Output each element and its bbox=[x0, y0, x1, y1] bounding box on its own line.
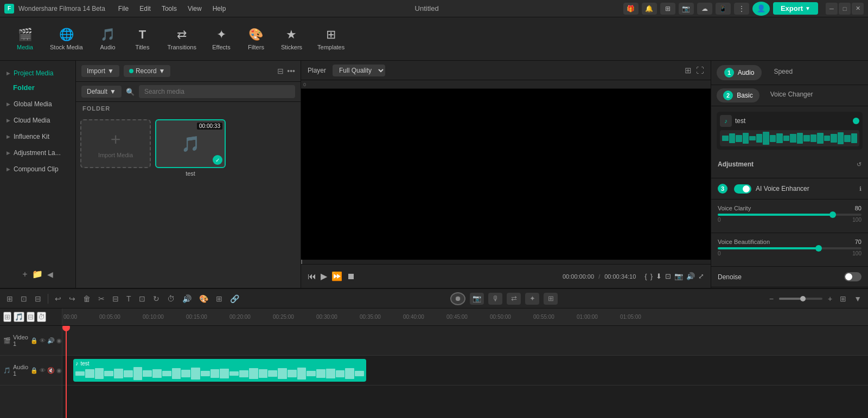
stop-button[interactable]: ⏹ bbox=[347, 272, 355, 281]
camera-icon[interactable]: 📷 bbox=[674, 272, 683, 280]
transition-btn[interactable]: ⇄ bbox=[507, 293, 521, 305]
menu-file[interactable]: File bbox=[114, 4, 133, 14]
crop-icon[interactable]: ⊡ bbox=[665, 272, 671, 280]
sidebar-item-influence-kit[interactable]: ▶ Influence Kit bbox=[0, 128, 75, 145]
preview-scrubber[interactable] bbox=[301, 260, 711, 264]
undo-button[interactable]: ↩ bbox=[53, 293, 63, 304]
tab-speed[interactable]: Speed bbox=[766, 65, 800, 80]
sub-tab-basic[interactable]: 2 Basic bbox=[717, 88, 760, 102]
timeline-snap-icon[interactable]: ⊡ bbox=[18, 293, 29, 304]
sidebar-item-global-media[interactable]: ▶ Global Media bbox=[0, 96, 75, 112]
record-button[interactable]: Record ▼ bbox=[124, 65, 171, 77]
sidebar-item-cloud-media[interactable]: ▶ Cloud Media bbox=[0, 112, 75, 128]
toolbar-audio[interactable]: 🎵 Audio bbox=[92, 24, 124, 54]
rotate-button[interactable]: ↻ bbox=[151, 293, 162, 304]
record-start-btn[interactable]: ⏺ bbox=[450, 292, 465, 305]
grid-view-icon[interactable]: ⊞ bbox=[685, 66, 692, 75]
cloud-icon[interactable]: ☁ bbox=[697, 3, 712, 15]
default-view-button[interactable]: Default ▼ bbox=[81, 86, 122, 98]
pip-btn[interactable]: ⊞ bbox=[544, 293, 558, 305]
media-item[interactable]: 🎵 00:00:33 ✓ test bbox=[155, 119, 226, 177]
insert-icon[interactable]: ⬇ bbox=[656, 272, 662, 280]
devices-icon[interactable]: 📱 bbox=[716, 3, 731, 15]
snapshot-icon[interactable]: 📷 bbox=[679, 3, 694, 15]
grid-view-btn[interactable]: ⊞ bbox=[838, 293, 848, 304]
text-button[interactable]: T bbox=[124, 293, 133, 304]
video-eye-icon[interactable]: ◉ bbox=[56, 337, 62, 344]
color-button[interactable]: 🎨 bbox=[197, 293, 210, 304]
redo-button[interactable]: ↪ bbox=[67, 293, 78, 304]
out-point-icon[interactable]: } bbox=[650, 272, 653, 280]
user-avatar[interactable]: 👤 bbox=[752, 2, 770, 16]
quality-select[interactable]: Full Quality bbox=[333, 65, 385, 76]
import-media-placeholder[interactable]: + Import Media bbox=[80, 119, 151, 168]
zoom-out-button[interactable]: − bbox=[767, 293, 776, 304]
mic-btn[interactable]: 🎙 bbox=[488, 293, 502, 305]
info-icon[interactable]: ℹ bbox=[859, 185, 861, 192]
toolbar-filters[interactable]: 🎨 Filters bbox=[240, 24, 272, 54]
tab-audio[interactable]: 1 Audio bbox=[717, 65, 762, 80]
audio-mute-icon[interactable]: 🔇 bbox=[47, 367, 55, 374]
delete-button[interactable]: 🗑 bbox=[81, 293, 93, 304]
audio-visibility-icon[interactable]: 👁 bbox=[40, 367, 46, 374]
minimize-button[interactable]: ─ bbox=[826, 3, 838, 15]
pip-button[interactable]: ⊞ bbox=[214, 293, 225, 304]
link-button[interactable]: 🔗 bbox=[228, 293, 241, 304]
search-input[interactable] bbox=[139, 85, 295, 98]
toolbar-templates[interactable]: ⊞ Templates bbox=[311, 24, 351, 54]
playhead-icon[interactable]: ⏱ bbox=[37, 312, 46, 322]
track-options-icon[interactable]: ⊟ bbox=[27, 312, 35, 322]
toolbar-stock-media[interactable]: 🌐 Stock Media bbox=[43, 24, 90, 54]
in-point-icon[interactable]: { bbox=[644, 272, 647, 280]
sub-tab-voice-changer[interactable]: Voice Changer bbox=[764, 88, 820, 102]
video-mute-icon[interactable]: 🔊 bbox=[47, 337, 55, 344]
skip-back-icon[interactable]: ⏮ bbox=[308, 272, 316, 281]
speed-button[interactable]: ⏱ bbox=[165, 293, 177, 304]
sidebar-item-compound-clip[interactable]: ▶ Compound Clip bbox=[0, 161, 75, 177]
filter-icon[interactable]: ⊟ bbox=[277, 67, 284, 75]
add-media-icon[interactable]: + bbox=[22, 269, 27, 279]
menu-help[interactable]: Help bbox=[208, 4, 231, 14]
maximize-button[interactable]: □ bbox=[839, 3, 851, 15]
reset-icon[interactable]: ↺ bbox=[857, 161, 861, 168]
play-button[interactable]: ▶ bbox=[321, 271, 327, 281]
menu-view[interactable]: View bbox=[183, 4, 206, 14]
layout-icon[interactable]: ⊞ bbox=[660, 3, 675, 15]
folder-icon[interactable]: 📁 bbox=[32, 269, 43, 279]
fast-forward-button[interactable]: ⏩ bbox=[331, 271, 342, 281]
timeline-add-icon[interactable]: ⊞ bbox=[4, 293, 15, 304]
effect-btn[interactable]: ✦ bbox=[525, 293, 539, 305]
video-visibility-icon[interactable]: 👁 bbox=[40, 337, 46, 344]
toolbar-stickers[interactable]: ★ Stickers bbox=[275, 24, 309, 54]
export-button[interactable]: Export ▼ bbox=[773, 2, 818, 15]
import-button[interactable]: Import ▼ bbox=[81, 65, 119, 77]
fullscreen2-icon[interactable]: ⤢ bbox=[698, 272, 704, 280]
add-audio-button[interactable]: 🎵 bbox=[14, 312, 24, 322]
cut-button[interactable]: ✂ bbox=[96, 293, 107, 304]
toolbar-transitions[interactable]: ⇄ Transitions bbox=[161, 24, 203, 54]
sidebar-item-project-media[interactable]: ▶ Project Media bbox=[0, 65, 75, 81]
voice-beautification-slider[interactable] bbox=[718, 247, 861, 249]
more-options-icon[interactable]: ••• bbox=[287, 67, 295, 75]
close-button[interactable]: ✕ bbox=[852, 3, 864, 15]
add-track-button[interactable]: ⊞ bbox=[3, 312, 11, 322]
fullscreen-icon[interactable]: ⛶ bbox=[696, 66, 704, 75]
video-lock-icon[interactable]: 🔒 bbox=[30, 337, 38, 344]
snapshot-btn[interactable]: 📷 bbox=[470, 293, 484, 305]
crop-button[interactable]: ⊡ bbox=[137, 293, 148, 304]
audio-eye-icon[interactable]: ◉ bbox=[56, 367, 62, 374]
collapse-panel-icon[interactable]: ◀ bbox=[47, 269, 53, 279]
bell-icon[interactable]: 🔔 bbox=[642, 3, 657, 15]
more-options-btn[interactable]: ▼ bbox=[852, 293, 864, 304]
gift-icon[interactable]: 🎁 bbox=[623, 3, 639, 15]
toolbar-media[interactable]: 🎬 Media bbox=[9, 24, 41, 54]
volume-icon[interactable]: 🔊 bbox=[686, 272, 695, 280]
audio-lock-icon[interactable]: 🔒 bbox=[30, 367, 38, 374]
split-button[interactable]: ⊟ bbox=[110, 293, 121, 304]
denoise-toggle[interactable] bbox=[844, 272, 861, 281]
voice-clarity-slider[interactable] bbox=[718, 214, 861, 216]
audio-button[interactable]: 🔊 bbox=[180, 293, 194, 304]
audio-clip[interactable]: ♪ test bbox=[73, 359, 366, 382]
menu-edit[interactable]: Edit bbox=[135, 4, 155, 14]
zoom-in-button[interactable]: + bbox=[826, 293, 834, 304]
